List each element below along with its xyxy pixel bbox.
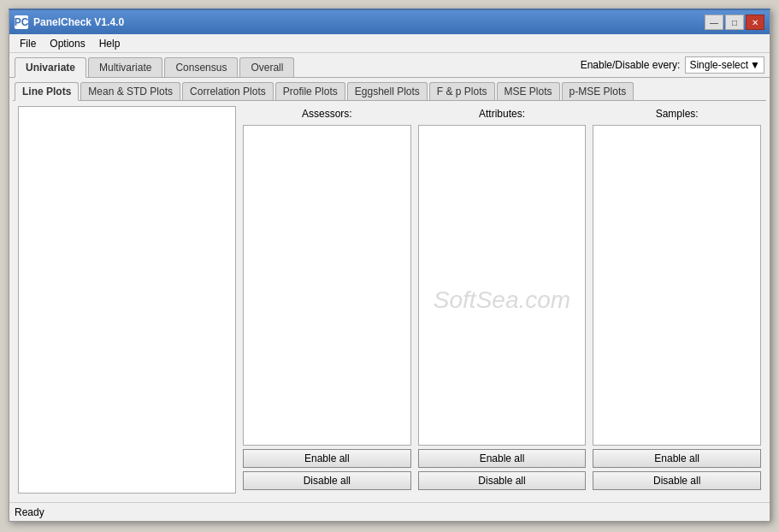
sub-tab-pmse[interactable]: p-MSE Plots: [562, 82, 634, 100]
samples-enable-all-button[interactable]: Enable all: [593, 449, 761, 468]
menu-help[interactable]: Help: [92, 36, 127, 51]
attributes-enable-all-button[interactable]: Enable all: [418, 449, 587, 468]
title-bar: PC PanelCheck V1.4.0 — □ ✕: [9, 10, 770, 34]
samples-panel: Samples: Enable all Disable all: [593, 106, 761, 494]
maximize-button[interactable]: □: [725, 15, 744, 30]
right-panels-container: SoftSea.com Assessors: Enable all Disabl…: [243, 106, 761, 494]
attributes-disable-all-button[interactable]: Disable all: [418, 471, 587, 490]
sub-tab-correlation[interactable]: Correlation Plots: [182, 82, 274, 100]
sub-tab-mse[interactable]: MSE Plots: [497, 82, 560, 100]
assessors-panel: Assessors: Enable all Disable all: [243, 106, 411, 494]
dropdown-value: Single-select: [689, 59, 748, 71]
title-buttons: — □ ✕: [705, 15, 764, 30]
attributes-label: Attributes:: [418, 106, 587, 121]
enable-disable-dropdown[interactable]: Single-select ▼: [685, 56, 764, 74]
sub-tab-eggshell[interactable]: Eggshell Plots: [347, 82, 428, 100]
tab-overall[interactable]: Overall: [239, 57, 294, 77]
samples-label: Samples:: [593, 106, 761, 121]
left-plot-area: [18, 106, 236, 494]
tab-univariate[interactable]: Univariate: [15, 57, 86, 78]
enable-disable-label: Enable/Disable every:: [581, 59, 681, 71]
assessors-enable-all-button[interactable]: Enable all: [243, 449, 411, 468]
sub-tab-line-plots[interactable]: Line Plots: [15, 82, 79, 101]
enable-disable-section: Enable/Disable every: Single-select ▼: [581, 56, 764, 77]
menu-bar: File Options Help: [9, 34, 770, 53]
attributes-panel: Attributes: Enable all Disable all: [418, 106, 587, 494]
samples-listbox[interactable]: [593, 125, 761, 446]
title-bar-left: PC PanelCheck V1.4.0: [15, 15, 124, 29]
window-title: PanelCheck V1.4.0: [33, 16, 124, 28]
dropdown-arrow-icon: ▼: [750, 59, 760, 71]
tab-multivariate[interactable]: Multivariate: [88, 57, 162, 77]
menu-file[interactable]: File: [13, 36, 43, 51]
app-icon: PC: [15, 15, 28, 29]
sub-tab-mean-std[interactable]: Mean & STD Plots: [80, 82, 180, 100]
close-button[interactable]: ✕: [746, 15, 764, 30]
minimize-button[interactable]: —: [705, 15, 723, 30]
assessors-disable-all-button[interactable]: Disable all: [243, 471, 411, 490]
samples-disable-all-button[interactable]: Disable all: [593, 471, 761, 490]
content-area: Line Plots Mean & STD Plots Correlation …: [9, 78, 770, 502]
tab-consensus[interactable]: Consensus: [164, 57, 238, 77]
assessors-listbox[interactable]: [243, 125, 411, 446]
main-tabs-bar: Univariate Multivariate Consensus Overal…: [9, 53, 770, 78]
plots-content: SoftSea.com Assessors: Enable all Disabl…: [13, 101, 766, 499]
samples-buttons: Enable all Disable all: [593, 449, 761, 494]
sub-tab-fp[interactable]: F & p Plots: [429, 82, 495, 100]
menu-options[interactable]: Options: [43, 36, 91, 51]
attributes-buttons: Enable all Disable all: [418, 449, 587, 494]
assessors-buttons: Enable all Disable all: [243, 449, 411, 494]
sub-tabs-bar: Line Plots Mean & STD Plots Correlation …: [13, 81, 766, 101]
status-bar: Ready: [9, 502, 770, 521]
attributes-listbox[interactable]: [418, 125, 587, 446]
main-window: PC PanelCheck V1.4.0 — □ ✕ File Options …: [9, 9, 770, 522]
sub-tab-profile[interactable]: Profile Plots: [275, 82, 345, 100]
assessors-label: Assessors:: [243, 106, 411, 121]
status-text: Ready: [15, 506, 44, 518]
